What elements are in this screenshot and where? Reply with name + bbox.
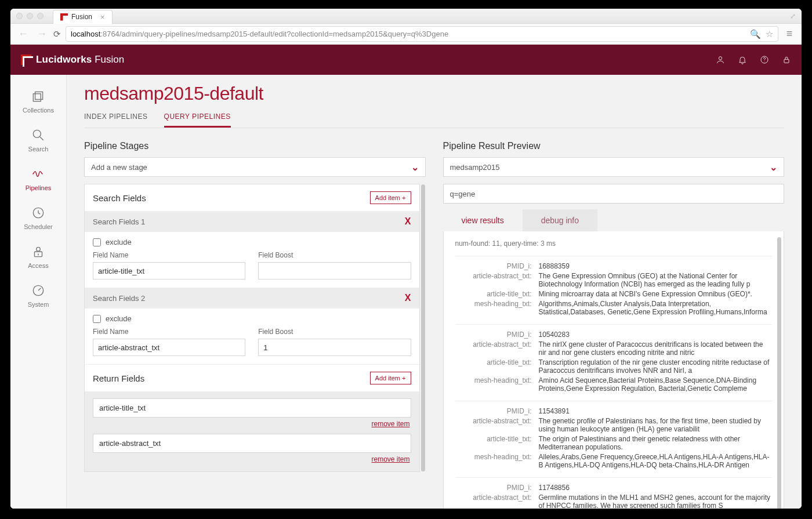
return-fields-title: Return Fields: [93, 373, 144, 383]
access-icon: [31, 244, 46, 259]
add-stage-label: Add a new stage: [91, 163, 147, 172]
return-item-2[interactable]: article-abstract_txt: [93, 434, 411, 453]
field-boost-input-1[interactable]: [258, 262, 411, 280]
bell-icon[interactable]: [738, 55, 747, 64]
add-return-item-button[interactable]: Add item +: [370, 372, 411, 384]
field-key: article-title_txt:: [455, 435, 532, 451]
field-value: The origin of Palestinians and their gen…: [539, 435, 773, 451]
browser-tab[interactable]: Fusion ×: [53, 10, 113, 24]
field-key: article-title_txt:: [455, 290, 532, 298]
field-value: 10540283: [539, 331, 773, 339]
return-item-1[interactable]: article-title_txt: [93, 398, 411, 418]
traffic-min-icon[interactable]: [27, 13, 33, 19]
lock-icon[interactable]: [782, 55, 791, 64]
field-value: Germline mutations in the MLH1 and MSH2 …: [539, 493, 773, 509]
exclude-label: exclude: [106, 314, 132, 323]
field-key: mesh-heading_txt:: [455, 453, 532, 469]
sidebar-label: Search: [28, 146, 49, 153]
query-input[interactable]: q=gene: [443, 184, 785, 204]
sidebar-label: System: [28, 301, 49, 308]
sidebar-item-access[interactable]: Access: [10, 238, 66, 277]
section-title: Search Fields 2: [93, 294, 145, 303]
field-value: Alleles,Arabs,Gene Frequency,Greece,HLA …: [539, 453, 773, 469]
field-key: article-abstract_txt:: [455, 272, 532, 288]
url-path: :8764/admin/query-pipelines/medsamp2015-…: [100, 30, 448, 38]
sidebar-item-system[interactable]: System: [10, 277, 66, 316]
field-boost-label: Field Boost: [258, 328, 411, 336]
remove-item-link[interactable]: remove item: [93, 419, 411, 434]
field-name-input-1[interactable]: [93, 262, 245, 280]
search-fields-title: Search Fields: [93, 193, 146, 203]
field-value: Algorithms,Animals,Cluster Analysis,Data…: [539, 300, 773, 316]
traffic-close-icon[interactable]: [16, 13, 23, 19]
collection-label: medsamp2015: [450, 163, 500, 172]
logo-icon: [21, 55, 31, 65]
chevron-down-icon: ⌄: [411, 162, 419, 173]
field-value: 11543891: [539, 407, 773, 415]
remove-section-icon[interactable]: X: [405, 293, 411, 303]
result-record: PMID_i:10540283 article-abstract_txt:The…: [455, 324, 773, 401]
help-icon[interactable]: [760, 55, 769, 64]
field-key: PMID_i:: [455, 484, 532, 492]
clock-icon: [31, 205, 46, 220]
field-key: PMID_i:: [455, 262, 532, 270]
zoom-icon[interactable]: 🔍: [750, 29, 761, 39]
close-tab-icon[interactable]: ×: [100, 13, 105, 21]
field-value: Amino Acid Sequence,Bacterial Proteins,B…: [539, 376, 773, 393]
remove-item-link[interactable]: remove item: [93, 454, 411, 469]
tab-debug-info[interactable]: debug info: [523, 209, 597, 231]
pipeline-icon: [31, 166, 46, 182]
field-boost-input-2[interactable]: [258, 339, 411, 356]
sidebar-label: Access: [28, 262, 48, 269]
star-icon[interactable]: ☆: [766, 29, 773, 39]
add-item-button[interactable]: Add item +: [370, 191, 411, 204]
field-value: The genetic profile of Palestinians has,…: [539, 417, 773, 433]
tab-view-results[interactable]: view results: [443, 209, 523, 231]
field-key: mesh-heading_txt:: [455, 376, 532, 393]
browser-toolbar: ← → ⟳ localhost:8764/admin/query-pipelin…: [10, 24, 802, 45]
search-icon: [31, 128, 46, 143]
svg-point-6: [33, 130, 41, 137]
traffic-max-icon[interactable]: [37, 13, 44, 19]
svg-point-2: [764, 61, 765, 62]
gauge-icon: [31, 283, 46, 298]
scrollbar[interactable]: [777, 237, 781, 509]
layers-icon: [31, 89, 46, 104]
collection-select[interactable]: medsamp2015 ⌄: [443, 157, 785, 177]
page-title: medsamp2015-default: [84, 83, 784, 104]
results-panel: num-found: 11, query-time: 3 ms PMID_i:1…: [443, 231, 785, 509]
field-key: article-abstract_txt:: [455, 493, 532, 509]
section-title: Search Fields 1: [93, 217, 145, 226]
add-stage-select[interactable]: Add a new stage ⌄: [84, 157, 426, 177]
hamburger-icon[interactable]: ≡: [783, 28, 796, 40]
app-header: Lucidworks Fusion: [10, 45, 802, 75]
field-value: 11748856: [539, 484, 773, 492]
sidebar-item-search[interactable]: Search: [10, 122, 66, 161]
exclude-checkbox-2[interactable]: [93, 315, 101, 323]
expand-icon[interactable]: ⤢: [790, 12, 796, 20]
sidebar-item-collections[interactable]: Collections: [10, 83, 66, 122]
field-boost-label: Field Boost: [258, 251, 411, 259]
window-titlebar: Fusion × ⤢: [10, 9, 802, 24]
remove-section-icon[interactable]: X: [405, 216, 411, 227]
back-icon[interactable]: ←: [16, 28, 30, 40]
url-host: localhost: [71, 30, 100, 38]
exclude-checkbox-1[interactable]: [93, 238, 101, 246]
exclude-label: exclude: [106, 238, 132, 246]
reload-icon[interactable]: ⟳: [53, 29, 61, 39]
pipeline-tabs: INDEX PIPELINES QUERY PIPELINES: [84, 108, 784, 128]
address-bar[interactable]: localhost:8764/admin/query-pipelines/med…: [66, 26, 778, 42]
tab-query-pipelines[interactable]: QUERY PIPELINES: [164, 108, 231, 128]
field-name-label: Field Name: [93, 251, 245, 259]
field-key: PMID_i:: [455, 331, 532, 339]
user-icon[interactable]: [716, 55, 725, 64]
sidebar-item-scheduler[interactable]: Scheduler: [10, 199, 66, 238]
field-value: Transcription regulation of the nir gene…: [539, 358, 773, 375]
tab-index-pipelines[interactable]: INDEX PIPELINES: [84, 108, 148, 128]
search-fields-panel: Search Fields Add item + Search Fields 1…: [84, 184, 420, 472]
query-text: q=gene: [450, 190, 476, 198]
forward-icon[interactable]: →: [35, 28, 49, 40]
field-name-input-2[interactable]: [93, 339, 245, 356]
sidebar-item-pipelines[interactable]: Pipelines: [10, 161, 66, 199]
result-record: PMID_i:11543891 article-abstract_txt:The…: [455, 401, 773, 477]
